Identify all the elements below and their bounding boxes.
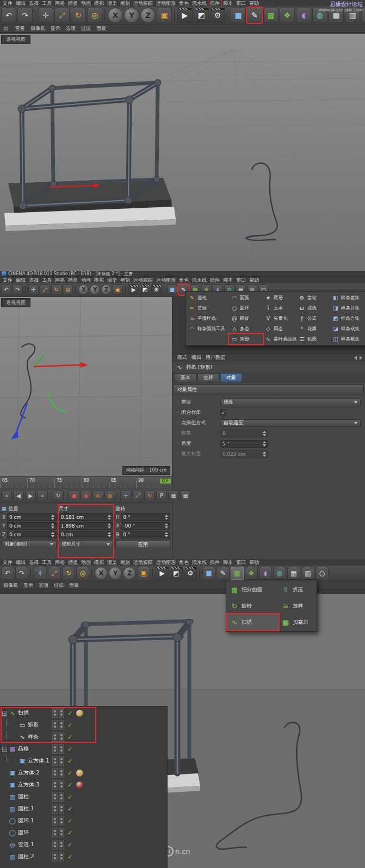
material-thumbnail[interactable] bbox=[76, 710, 83, 717]
material-thumbnail[interactable] bbox=[76, 782, 83, 789]
menu-item[interactable]: 运动跟踪 bbox=[132, 0, 154, 7]
rotate-tool-icon[interactable]: ↻ bbox=[71, 8, 86, 23]
menu-item[interactable]: 角色 bbox=[177, 277, 190, 283]
object-name[interactable]: 立方体.1 bbox=[28, 757, 50, 765]
enabled-check-icon[interactable] bbox=[67, 782, 72, 789]
menu-item-bezier[interactable]: ▦ 贝塞尔 bbox=[279, 614, 317, 630]
menu-item[interactable]: 文件 bbox=[1, 0, 14, 7]
scale-tool-icon[interactable]: ⤢ bbox=[54, 8, 70, 23]
view-menu-item[interactable]: 查看 bbox=[15, 25, 25, 32]
perspective-viewport[interactable]: 透视视图 网格间距 : 100 cm bbox=[0, 297, 172, 476]
primitive-cube-icon[interactable]: ■ bbox=[231, 8, 246, 23]
menu-item[interactable]: 窗口 bbox=[234, 0, 248, 7]
object-name[interactable]: 立方体.2 bbox=[18, 769, 40, 777]
stepper-arrows-icon[interactable] bbox=[263, 441, 266, 447]
size-input[interactable]: 0.181 cm bbox=[59, 513, 114, 521]
goto-end-icon[interactable]: » bbox=[37, 491, 48, 500]
apply-button[interactable]: 应用 bbox=[115, 541, 170, 548]
menu-item-cogwheel[interactable]: ⚙齿轮 bbox=[296, 293, 330, 303]
menu-item-text[interactable]: T文本 bbox=[263, 303, 296, 313]
attribute-tab[interactable]: 坐标 bbox=[197, 373, 219, 382]
menu-item-lathe[interactable]: ↻ 旋转 bbox=[227, 598, 279, 614]
scale-tool-icon[interactable]: ⤢ bbox=[40, 284, 50, 295]
enabled-check-icon[interactable] bbox=[67, 710, 72, 717]
menu-item[interactable]: 雕刻 bbox=[119, 559, 132, 566]
render-settings-icon[interactable]: ⚙ bbox=[210, 8, 225, 23]
menu-item[interactable]: 脚本 bbox=[221, 559, 234, 566]
menu-item[interactable]: 运动图形 bbox=[154, 0, 177, 7]
menu-item[interactable]: 动画 bbox=[79, 277, 92, 283]
attribute-tab[interactable]: 基本 bbox=[175, 373, 196, 382]
undo-icon[interactable]: ↶ bbox=[1, 567, 14, 580]
last-tool-icon[interactable]: ◎ bbox=[76, 567, 89, 580]
record-parameter-icon[interactable]: P bbox=[156, 491, 167, 500]
menu-item[interactable]: 模拟 bbox=[92, 559, 106, 566]
play-icon[interactable]: ▶ bbox=[25, 491, 36, 500]
menu-item-vectorizer[interactable]: V矢量化 bbox=[263, 313, 296, 324]
primitive-cube-icon[interactable]: ■ bbox=[167, 284, 177, 295]
menu-item-arc[interactable]: ◠圆弧 bbox=[229, 293, 263, 303]
stepper-arrows-icon[interactable] bbox=[51, 514, 54, 520]
autokey-icon[interactable]: ◉ bbox=[81, 491, 91, 500]
menu-item[interactable]: 帮助 bbox=[248, 0, 261, 7]
history-back-icon[interactable] bbox=[354, 356, 357, 360]
light-icon[interactable]: ○ bbox=[361, 8, 365, 23]
light-icon[interactable]: ○ bbox=[315, 567, 329, 580]
history-forward-icon[interactable] bbox=[360, 356, 362, 360]
menu-item-spline-smooth[interactable]: ≈平滑样条 bbox=[187, 313, 229, 324]
size-input[interactable]: 1.898 cm bbox=[59, 522, 114, 530]
render-view-icon[interactable]: ▶ bbox=[128, 284, 139, 295]
editor-visibility-toggle[interactable] bbox=[52, 720, 58, 730]
lock-z-axis-icon[interactable]: Z bbox=[123, 567, 136, 580]
menu-item[interactable]: 脚本 bbox=[221, 0, 234, 7]
menu-item[interactable]: 工具 bbox=[40, 559, 53, 566]
object-row[interactable]: ▥ 圆柱.2 bbox=[0, 851, 167, 863]
stage-camera-icon[interactable]: ▥ bbox=[301, 567, 314, 580]
menu-item[interactable]: 运动图形 bbox=[154, 559, 177, 566]
menu-item-extrude[interactable]: ⇧ 挤压 bbox=[279, 581, 317, 598]
menu-item[interactable]: 流水线 bbox=[190, 277, 208, 283]
menu-item[interactable]: 工具 bbox=[40, 0, 53, 7]
menu-item[interactable]: 雕刻 bbox=[119, 0, 132, 7]
menu-item-sketch[interactable]: ✏草绘 bbox=[187, 303, 229, 313]
menu-item[interactable]: 选择 bbox=[27, 0, 40, 7]
editor-visibility-toggle[interactable] bbox=[52, 768, 58, 778]
object-row[interactable]: ◯ 圆环.1 bbox=[0, 815, 167, 827]
render-visibility-toggle[interactable] bbox=[59, 780, 64, 790]
menu-item-spline-intersect[interactable]: ◫样条截集 bbox=[330, 334, 365, 344]
menu-item[interactable]: 文件 bbox=[1, 277, 14, 283]
menu-item[interactable]: 角色 bbox=[177, 559, 190, 566]
menu-item[interactable]: 工具 bbox=[40, 277, 53, 283]
previous-frame-icon[interactable]: ◀ bbox=[13, 491, 24, 500]
object-row[interactable]: ▦ 晶格 bbox=[0, 743, 167, 755]
environment-icon[interactable]: ◍ bbox=[312, 8, 327, 23]
stepper-arrows-icon[interactable] bbox=[165, 523, 168, 529]
render-settings-icon[interactable]: ⚙ bbox=[184, 567, 197, 580]
attribute-menu-item[interactable]: 编辑 bbox=[189, 354, 203, 361]
stepper-arrows-icon[interactable] bbox=[108, 532, 111, 537]
scale-tool-icon[interactable]: ⤢ bbox=[48, 567, 61, 580]
menu-item-spline-arc-tool[interactable]: ◠样条弧线工具 bbox=[187, 324, 229, 334]
view-menu-item[interactable]: 摄像机 bbox=[30, 25, 45, 32]
rotation-input[interactable]: 0 ° bbox=[121, 531, 170, 538]
enabled-check-icon[interactable] bbox=[67, 746, 72, 753]
perspective-viewport[interactable]: 透视视图 bbox=[0, 34, 365, 271]
object-name[interactable]: 圆柱 bbox=[18, 793, 29, 801]
enabled-check-icon[interactable] bbox=[67, 817, 72, 824]
object-row[interactable]: ◎ 管道.1 bbox=[0, 839, 167, 851]
editor-visibility-toggle[interactable] bbox=[52, 852, 58, 861]
stepper-arrows-icon[interactable] bbox=[108, 523, 111, 529]
position-space-dropdown[interactable]: 对象(相对) bbox=[2, 541, 57, 548]
object-name[interactable]: 圆环 bbox=[18, 829, 29, 836]
position-input[interactable]: 0 cm bbox=[7, 531, 57, 538]
move-tool-icon[interactable]: ✛ bbox=[38, 8, 53, 23]
editor-visibility-toggle[interactable] bbox=[52, 708, 58, 718]
stepper-arrows-icon[interactable] bbox=[165, 532, 168, 537]
lock-z-axis-icon[interactable]: Z bbox=[101, 284, 112, 295]
menu-item[interactable]: 选择 bbox=[27, 559, 40, 566]
menu-item[interactable]: 运动图形 bbox=[154, 277, 177, 283]
menu-item-cissoid[interactable]: ∿蔓叶类曲线 bbox=[263, 334, 296, 344]
enabled-check-icon[interactable] bbox=[67, 841, 72, 848]
lock-y-axis-icon[interactable]: Y bbox=[109, 567, 122, 580]
menu-item-flower[interactable]: *花瓣 bbox=[296, 324, 330, 334]
